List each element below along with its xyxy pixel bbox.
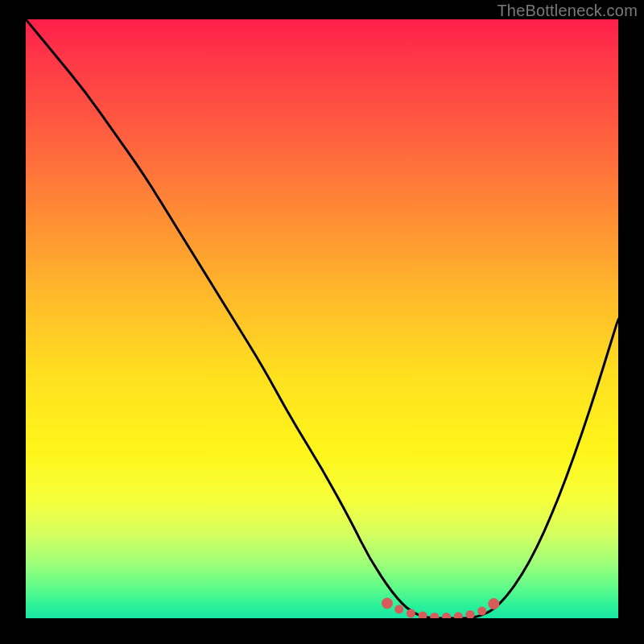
- marker-dot: [394, 605, 403, 613]
- marker-dot: [407, 609, 415, 618]
- marker-dot: [442, 613, 451, 618]
- marker-dot: [419, 612, 427, 619]
- marker-dot: [477, 607, 486, 616]
- marker-dot: [430, 613, 439, 618]
- plot-area: [26, 19, 618, 618]
- chart-frame: TheBottleneck.com: [0, 0, 644, 644]
- bottleneck-curve-path: [26, 19, 618, 618]
- curve-svg: [26, 19, 618, 618]
- marker-dot: [382, 597, 393, 609]
- watermark-text: TheBottleneck.com: [497, 2, 638, 20]
- marker-dot: [454, 612, 463, 618]
- marker-dot: [466, 610, 475, 618]
- marker-dot: [488, 598, 499, 609]
